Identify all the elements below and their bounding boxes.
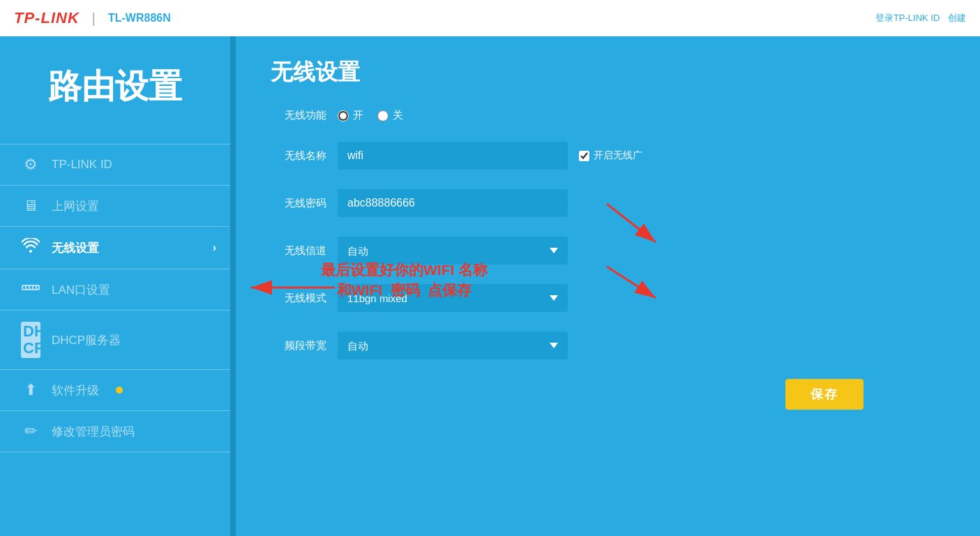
sidebar-item-password[interactable]: ✏ 修改管理员密码	[0, 410, 230, 452]
wireless-function-radio-group: 开 关	[338, 109, 403, 122]
wireless-off-label: 关	[393, 109, 403, 122]
enable-broadcast-label[interactable]: 开启无线广	[579, 149, 642, 162]
sidebar-label-tp-link-id: TP-LINK ID	[52, 158, 112, 172]
wireless-password-controls	[338, 189, 864, 217]
wireless-password-input[interactable]	[338, 189, 568, 217]
sidebar-item-lan[interactable]: LAN口设置	[0, 269, 230, 310]
svg-rect-3	[30, 286, 32, 289]
page-title: 无线设置	[271, 57, 945, 88]
save-button[interactable]: 保存	[785, 379, 864, 410]
sidebar-label-dhcp: DHCP服务器	[52, 332, 121, 348]
wireless-mode-label: 无线模式	[271, 292, 326, 305]
sidebar-label-lan: LAN口设置	[52, 282, 110, 298]
wireless-channel-row: 无线信道 自动 1 6 11	[271, 237, 864, 265]
sidebar: 路由设置 ⚙ TP-LINK ID 🖥 上网设置 无线设置 ›	[0, 36, 230, 536]
wireless-name-input[interactable]	[338, 142, 568, 170]
wireless-name-controls: 开启无线广	[338, 142, 864, 170]
sidebar-item-internet[interactable]: 🖥 上网设置	[0, 185, 230, 226]
wireless-function-controls: 开 关	[338, 109, 864, 122]
wireless-mode-controls: 11bgn mixed 11b only 11g only 11n only	[338, 284, 864, 312]
save-row: 保存	[271, 379, 864, 410]
wireless-channel-label: 无线信道	[271, 244, 326, 258]
edit-icon: ✏	[21, 422, 40, 440]
wireless-function-label: 无线功能	[271, 109, 326, 122]
login-link[interactable]: 登录TP-LINK ID	[875, 13, 940, 23]
svg-rect-2	[27, 286, 29, 289]
header: TP-LINK | TL-WR886N 登录TP-LINK ID 创建	[0, 0, 980, 36]
wireless-function-row: 无线功能 开 关	[271, 109, 864, 122]
svg-rect-5	[37, 286, 38, 289]
bandwidth-controls: 自动 20MHz 40MHz	[338, 332, 864, 359]
logo-divider: |	[92, 10, 96, 27]
bandwidth-label: 频段带宽	[271, 339, 326, 352]
sidebar-item-dhcp[interactable]: DHCP DHCP服务器	[0, 310, 230, 369]
lan-icon	[21, 281, 40, 299]
brand-logo: TP-LINK	[14, 9, 80, 27]
wireless-name-label: 无线名称	[271, 149, 326, 163]
enable-broadcast-checkbox[interactable]	[579, 151, 589, 161]
sidebar-label-password: 修改管理员密码	[52, 424, 135, 440]
create-link[interactable]: 创建	[948, 13, 966, 23]
sidebar-item-tp-link-id[interactable]: ⚙ TP-LINK ID	[0, 144, 230, 185]
wireless-channel-select[interactable]: 自动 1 6 11	[338, 237, 568, 265]
sidebar-title: 路由设置	[0, 36, 230, 144]
chevron-icon: ›	[213, 241, 216, 254]
sidebar-label-wireless: 无线设置	[52, 240, 99, 256]
enable-broadcast-text: 开启无线广	[594, 149, 642, 162]
upgrade-icon: ⬆	[21, 381, 40, 399]
header-links: 登录TP-LINK ID 创建	[870, 12, 966, 24]
svg-rect-4	[33, 286, 36, 289]
upgrade-badge	[116, 387, 123, 394]
sidebar-label-internet: 上网设置	[52, 198, 99, 214]
monitor-icon: 🖥	[21, 197, 40, 215]
content-area: 无线设置 无线功能 开 关	[236, 36, 980, 536]
sidebar-item-upgrade[interactable]: ⬆ 软件升级	[0, 369, 230, 410]
wireless-password-label: 无线密码	[271, 197, 326, 210]
wireless-name-row: 无线名称 开启无线广	[271, 142, 864, 170]
gear-icon: ⚙	[21, 156, 40, 174]
wireless-mode-select[interactable]: 11bgn mixed 11b only 11g only 11n only	[338, 284, 568, 312]
svg-rect-1	[23, 286, 25, 289]
wireless-mode-row: 无线模式 11bgn mixed 11b only 11g only 11n o…	[271, 284, 864, 312]
bandwidth-row: 频段带宽 自动 20MHz 40MHz	[271, 332, 864, 359]
wireless-on-label: 开	[353, 109, 363, 122]
form-section: 无线功能 开 关 无线名称	[271, 109, 864, 410]
sidebar-item-wireless[interactable]: 无线设置 ›	[0, 226, 230, 269]
wireless-password-row: 无线密码	[271, 189, 864, 217]
wireless-channel-controls: 自动 1 6 11	[338, 237, 864, 265]
wireless-off-input[interactable]	[377, 110, 389, 121]
wireless-on-input[interactable]	[338, 110, 349, 121]
wireless-off-radio[interactable]: 关	[377, 109, 403, 122]
main-layout: 路由设置 ⚙ TP-LINK ID 🖥 上网设置 无线设置 ›	[0, 36, 980, 536]
model-name: TL-WR886N	[108, 12, 171, 24]
header-logo: TP-LINK | TL-WR886N	[14, 9, 171, 27]
bandwidth-select[interactable]: 自动 20MHz 40MHz	[338, 332, 568, 359]
sidebar-divider	[230, 36, 236, 536]
wifi-icon	[21, 238, 40, 258]
dhcp-icon: DHCP	[21, 322, 40, 358]
wireless-on-radio[interactable]: 开	[338, 109, 363, 122]
sidebar-label-upgrade: 软件升级	[52, 382, 99, 399]
